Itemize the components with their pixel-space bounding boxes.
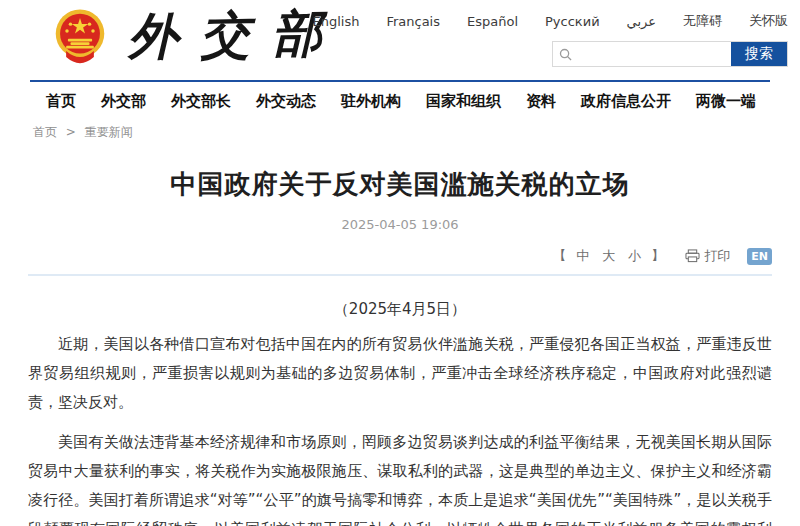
- article: 中国政府关于反对美国滥施关税的立场 2025-04-05 19:06 【 中 大…: [28, 167, 772, 526]
- english-version-badge[interactable]: EN: [747, 248, 772, 265]
- fontsize-bracket-close: 】: [651, 247, 664, 265]
- language-switcher: English Français Español Русский عربي 无障…: [312, 12, 788, 30]
- lang-arabic[interactable]: عربي: [627, 14, 656, 29]
- breadcrumb-current[interactable]: 重要新闻: [85, 125, 133, 139]
- nav-item-resources[interactable]: 资料: [526, 92, 556, 111]
- china-national-emblem-logo[interactable]: [54, 7, 106, 69]
- main-nav: 首页 外交部 外交部长 外交动态 驻外机构 国家和组织 资料 政府信息公开 两微…: [30, 80, 770, 121]
- nav-item-countries-organizations[interactable]: 国家和组织: [426, 92, 501, 111]
- site-title-calligraphy: 外交部: [127, 0, 344, 71]
- article-dateline: （2025年4月5日）: [28, 300, 772, 319]
- breadcrumb-home[interactable]: 首页: [33, 125, 57, 139]
- print-label: 打印: [704, 247, 730, 265]
- site-header: 外交部 English Français Español Русский عرب…: [0, 0, 800, 80]
- article-datetime: 2025-04-05 19:06: [28, 217, 772, 232]
- lang-french[interactable]: Français: [386, 14, 440, 29]
- printer-icon: [685, 249, 700, 263]
- lang-spanish[interactable]: Español: [467, 14, 518, 29]
- fontsize-bracket-open: 【: [553, 247, 566, 265]
- search-button[interactable]: 搜索: [731, 42, 787, 66]
- search-bar: 搜索: [552, 41, 788, 67]
- lang-english[interactable]: English: [312, 14, 359, 29]
- fontsize-medium-button[interactable]: 中: [576, 247, 589, 265]
- breadcrumb: 首页 > 重要新闻: [33, 124, 800, 141]
- fontsize-large-button[interactable]: 大: [602, 247, 615, 265]
- nav-item-minister[interactable]: 外交部长: [171, 92, 231, 111]
- article-toolbar: 【 中 大 小 】 打印 EN: [28, 247, 772, 276]
- lang-russian[interactable]: Русский: [545, 14, 600, 29]
- nav-item-social-media[interactable]: 两微一端: [696, 92, 756, 111]
- article-body: （2025年4月5日） 近期，美国以各种借口宣布对包括中国在内的所有贸易伙伴滥施…: [28, 300, 772, 526]
- nav-item-gov-info-disclosure[interactable]: 政府信息公开: [581, 92, 671, 111]
- nav-item-diplomatic-activities[interactable]: 外交动态: [256, 92, 316, 111]
- fontsize-small-button[interactable]: 小: [628, 247, 641, 265]
- article-title: 中国政府关于反对美国滥施关税的立场: [28, 167, 772, 202]
- article-paragraph: 美国有关做法违背基本经济规律和市场原则，罔顾多边贸易谈判达成的利益平衡结果，无视…: [28, 428, 772, 526]
- nav-item-ministry[interactable]: 外交部: [101, 92, 146, 111]
- breadcrumb-separator: >: [66, 125, 76, 139]
- article-paragraph: 近期，美国以各种借口宣布对包括中国在内的所有贸易伙伴滥施关税，严重侵犯各国正当权…: [28, 330, 772, 417]
- care-version-link[interactable]: 关怀版: [749, 12, 788, 30]
- print-button[interactable]: 打印: [685, 247, 730, 265]
- search-input[interactable]: [577, 42, 731, 66]
- nav-item-home[interactable]: 首页: [46, 92, 76, 111]
- nav-item-missions-abroad[interactable]: 驻外机构: [341, 92, 401, 111]
- accessibility-link[interactable]: 无障碍: [683, 12, 722, 30]
- search-icon: [553, 42, 577, 66]
